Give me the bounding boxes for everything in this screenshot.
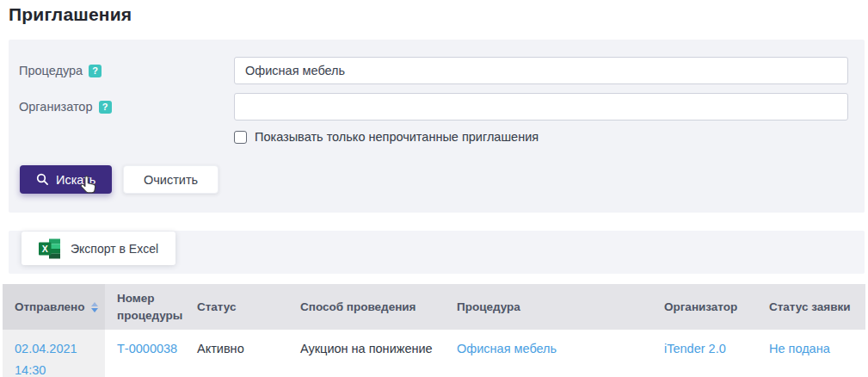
column-header-organizer: Организатор [652,284,757,330]
unread-only-checkbox[interactable] [234,131,247,144]
search-button[interactable]: Искать [20,165,112,194]
unread-only-checkbox-row[interactable]: Показывать только непрочитанные приглаше… [234,128,539,145]
organizer-label-text: Организатор [19,100,93,114]
invitations-table: Отправлено Номер процедуры Статус Способ… [3,284,865,377]
column-header-method: Способ проведения [288,284,445,330]
sent-date-link[interactable]: 02.04.2021 [15,342,77,355]
cell-procedure-number: Т-0000038 [105,330,185,377]
excel-icon: X [39,238,61,259]
cell-organizer: iTender 2.0 [652,330,757,377]
help-icon[interactable]: ? [99,101,112,114]
sort-asc-arrow-icon [91,302,98,306]
column-header-procedure: Процедура [445,284,652,330]
procedure-link[interactable]: Офисная мебель [457,342,557,355]
clear-button[interactable]: Очистить [123,165,219,194]
help-icon[interactable]: ? [89,65,102,77]
organizer-label: Организатор ? [19,93,112,121]
table-row: 02.04.2021 14:30 Т-0000038 Активно Аукци… [3,330,865,377]
table-header-row: Отправлено Номер процедуры Статус Способ… [3,284,865,330]
sort-icon[interactable] [91,302,98,312]
application-status-link[interactable]: Не подана [769,342,830,355]
page-title: Приглашения [9,4,132,25]
procedure-number-link[interactable]: Т-0000038 [117,342,177,355]
cell-status: Активно [185,330,288,377]
export-excel-button[interactable]: X Экспорт в Excel [22,232,175,265]
column-header-sent[interactable]: Отправлено [3,284,105,330]
cell-application-status: Не подана [757,330,865,377]
procedure-label: Процедура ? [19,57,102,84]
search-button-label: Искать [56,173,95,187]
organizer-input[interactable] [234,93,848,121]
search-icon [36,173,49,186]
unread-only-checkbox-label: Показывать только непрочитанные приглаше… [255,130,539,144]
column-header-status: Статус [185,284,288,330]
filter-panel: Процедура ? Организатор ? Показывать тол… [9,40,865,213]
svg-text:X: X [42,243,48,253]
method-text: Аукцион на понижение [300,342,433,355]
cell-procedure: Офисная мебель [445,330,652,377]
sort-desc-arrow-icon [91,308,98,312]
organizer-link[interactable]: iTender 2.0 [664,342,726,355]
procedure-label-text: Процедура [19,64,83,77]
status-text: Активно [197,342,244,355]
export-excel-label: Экспорт в Excel [71,242,158,256]
cell-sent: 02.04.2021 14:30 [3,330,105,377]
procedure-input[interactable] [234,57,848,84]
clear-button-label: Очистить [144,173,198,187]
column-header-application-status: Статус заявки [757,284,865,330]
sent-time-link[interactable]: 14:30 [15,363,46,377]
results-toolbar: X Экспорт в Excel [9,231,865,274]
cell-method: Аукцион на понижение [288,330,445,377]
column-header-procedure-number: Номер процедуры [105,284,185,330]
